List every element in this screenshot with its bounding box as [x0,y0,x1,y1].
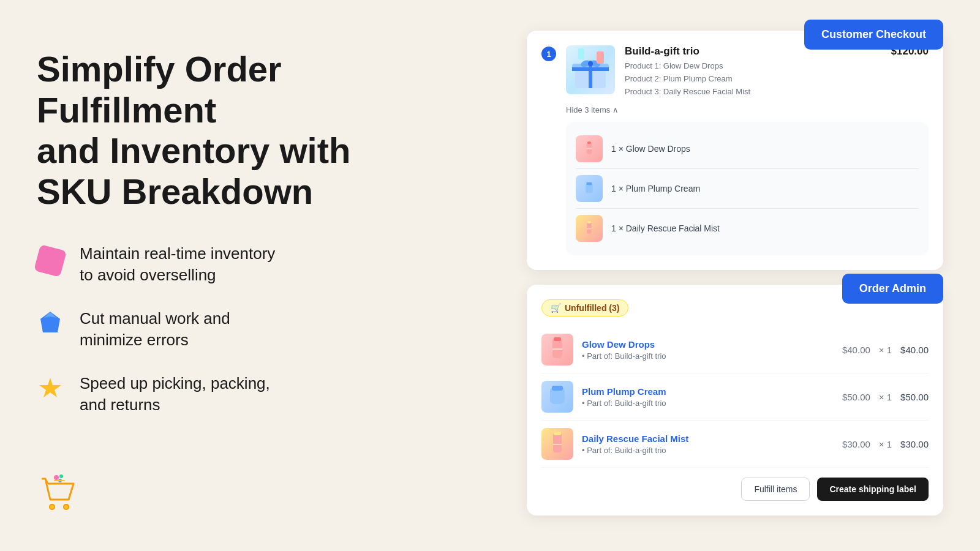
hide-items-toggle[interactable]: Hide 3 items ∧ [566,105,929,114]
pink-shape-icon [37,244,66,274]
svg-rect-32 [552,386,563,391]
sub-item-2: 1 × Plum Plump Cream [576,169,919,209]
order-actions: Fulfill items Create shipping label [541,478,929,501]
svg-rect-34 [554,432,561,435]
right-section: Customer Checkout 1 [527,31,943,515]
svg-rect-14 [572,67,609,71]
customer-checkout-button[interactable]: Customer Checkout [804,20,943,50]
order-item-multiplier-2: × 1 [879,392,892,402]
order-item-name-3: Daily Rescue Facial Mist [582,433,834,444]
order-item-part-3: Part of: Build-a-gift trio [582,446,834,455]
order-item-unit-price-1: $40.00 [842,345,870,355]
feature-text-speed: Speed up picking, packing,and returns [80,373,270,416]
sub-item-label-3: 1 × Daily Rescue Facial Mist [611,223,720,233]
order-item-image-3 [541,428,573,460]
order-item-name-2: Plum Plump Cream [582,386,834,397]
svg-rect-26 [587,222,591,224]
order-item-part-2: Part of: Build-a-gift trio [582,399,834,408]
svg-rect-18 [597,51,604,64]
cart-logo [37,471,80,514]
bundle-badge: 1 [541,47,556,61]
sub-item-image-3 [576,215,603,242]
order-admin-button[interactable]: Order Admin [842,274,943,304]
order-item-image-2 [541,381,573,413]
svg-marker-2 [39,378,61,397]
checkout-card: Customer Checkout 1 [527,31,943,270]
svg-point-6 [59,474,63,478]
svg-rect-24 [587,182,592,185]
order-item-multiplier-3: × 1 [879,439,892,449]
svg-rect-22 [587,148,592,149]
order-item-total-2: $50.00 [900,392,929,402]
create-shipping-label-button[interactable]: Create shipping label [817,478,929,501]
feature-item-inventory: Maintain real-time inventoryto avoid ove… [37,243,453,286]
order-item-part-1: Part of: Build-a-gift trio [582,351,834,361]
order-item-3: Daily Rescue Facial Mist Part of: Build-… [541,421,929,468]
feature-item-manual: Cut manual work andminimize errors [37,308,453,351]
order-item-name-1: Glow Dew Drops [582,339,834,350]
order-item-2: Plum Plump Cream Part of: Build-a-gift t… [541,373,929,421]
feature-list: Maintain real-time inventoryto avoid ove… [37,243,453,416]
order-card: Order Admin 🛒 Unfulfilled (3) Glow Dew D… [527,285,943,515]
svg-rect-33 [553,433,562,452]
svg-rect-19 [578,48,584,59]
order-item-total-1: $40.00 [900,345,929,355]
order-item-info-3: Daily Rescue Facial Mist Part of: Build-… [582,433,834,455]
bundle-header: 1 Build-a-gift trio [541,45,929,98]
svg-point-5 [54,475,59,480]
left-section: Simplify Order Fulfillment and Inventory… [37,49,453,416]
svg-point-17 [588,61,593,66]
svg-rect-21 [587,142,591,144]
bundle-image [566,45,615,94]
sub-item-image-2 [576,175,603,202]
blue-gem-icon [37,309,66,339]
order-item-image-1 [541,334,573,365]
sub-item-label-1: 1 × Glow Dew Drops [611,144,690,154]
svg-rect-30 [552,348,562,350]
order-item-pricing-3: $30.00 × 1 $30.00 [842,439,929,449]
svg-rect-25 [587,222,591,234]
yellow-shape-icon [37,374,66,403]
sub-item-3: 1 × Daily Rescue Facial Mist [576,209,919,248]
sub-item-image-1 [576,135,603,162]
order-item-1: Glow Dew Drops Part of: Build-a-gift tri… [541,326,929,373]
feature-item-speed: Speed up picking, packing,and returns [37,373,453,416]
main-heading: Simplify Order Fulfillment and Inventory… [37,49,453,212]
bundle-info: Build-a-gift trio Product 1: Glow Dew Dr… [625,45,881,98]
cart-icon: 🛒 [551,303,561,313]
fulfill-items-button[interactable]: Fulfill items [741,478,810,501]
order-item-pricing-2: $50.00 × 1 $50.00 [842,392,929,402]
feature-text-manual: Cut manual work andminimize errors [80,308,230,351]
feature-text-inventory: Maintain real-time inventoryto avoid ove… [80,243,275,286]
sub-items-list: 1 × Glow Dew Drops 1 × Plum Plump Cream [566,122,929,255]
sub-item-label-2: 1 × Plum Plump Cream [611,184,700,193]
unfulfilled-badge: 🛒 Unfulfilled (3) [541,299,628,317]
sub-item-1: 1 × Glow Dew Drops [576,129,919,169]
chevron-up-icon: ∧ [612,105,619,114]
order-item-pricing-1: $40.00 × 1 $40.00 [842,345,929,355]
svg-rect-27 [587,228,591,229]
order-item-info-1: Glow Dew Drops Part of: Build-a-gift tri… [582,339,834,361]
bundle-products: Product 1: Glow Dew Drops Product 2: Plu… [625,60,881,98]
order-item-info-2: Plum Plump Cream Part of: Build-a-gift t… [582,386,834,408]
svg-rect-35 [553,444,562,445]
order-item-multiplier-1: × 1 [879,345,892,355]
svg-rect-29 [554,337,561,341]
svg-rect-8 [54,480,65,481]
order-item-unit-price-3: $30.00 [842,439,870,449]
order-item-unit-price-2: $50.00 [842,392,870,402]
order-item-total-3: $30.00 [900,439,929,449]
